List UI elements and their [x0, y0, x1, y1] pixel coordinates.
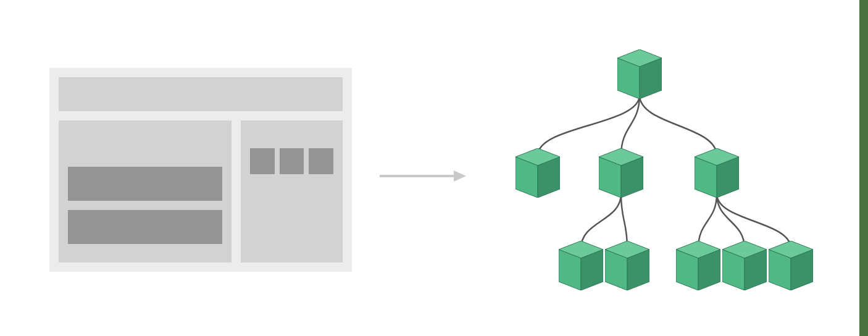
tree-node-cube	[617, 49, 662, 99]
wireframe-thumb-row	[250, 148, 333, 174]
wireframe-thumb	[280, 148, 304, 174]
tree-edge	[717, 194, 791, 248]
tree-edge	[621, 194, 627, 248]
wireframe-content-block	[68, 210, 222, 244]
slide-accent-bar	[859, 0, 868, 336]
tree-node-cube	[722, 241, 767, 290]
tree-node-cube	[676, 241, 720, 290]
tree-node-cube	[695, 148, 739, 198]
wireframe-thumb	[250, 148, 275, 174]
wireframe-sidebar-panel	[241, 120, 343, 262]
diagram-canvas	[0, 0, 868, 336]
wireframe-thumb	[309, 148, 333, 174]
wireframe-content-block	[68, 167, 222, 201]
tree-edge	[640, 95, 717, 156]
tree-edge	[581, 194, 621, 248]
component-tree	[494, 43, 827, 303]
transforms-into-arrow-icon	[377, 167, 469, 185]
tree-edge	[538, 95, 640, 156]
wireframe-header-panel	[59, 77, 343, 111]
tree-node-cube	[599, 148, 643, 198]
tree-node-cube	[769, 241, 813, 290]
tree-node-cube	[515, 148, 560, 198]
wireframe-main-panel	[59, 120, 232, 262]
tree-edge	[698, 194, 717, 248]
tree-edge	[717, 194, 745, 248]
layout-wireframe	[49, 68, 352, 272]
svg-marker-1	[454, 170, 466, 182]
tree-node-cube	[605, 241, 649, 290]
tree-node-cube	[559, 241, 603, 290]
